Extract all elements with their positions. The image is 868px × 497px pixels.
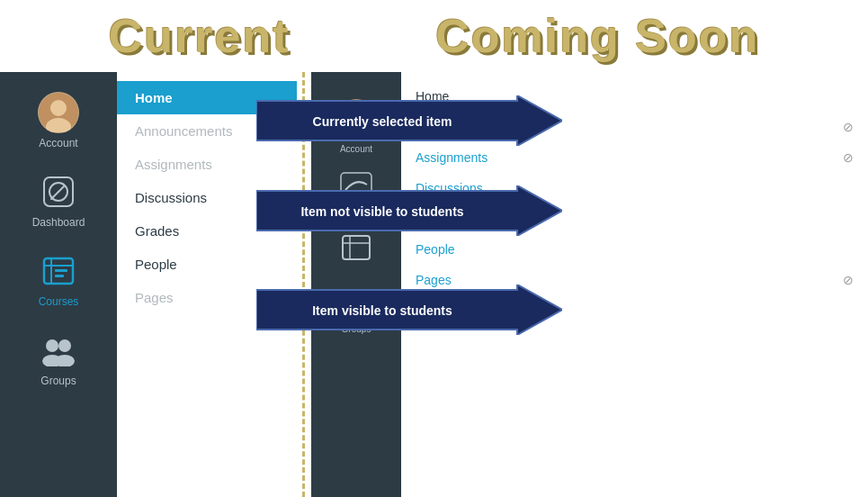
sidebar-item-groups[interactable]: Groups [0, 319, 117, 398]
current-course-nav: Home Announcements Assignments Discussio… [117, 72, 297, 497]
account-label: Account [39, 137, 77, 149]
cs-pages-label: Pages [416, 273, 452, 287]
current-nav-announcements[interactable]: Announcements [117, 114, 297, 148]
cs-nav-item-grades[interactable]: Grades [401, 203, 868, 234]
svg-point-1 [50, 100, 67, 116]
svg-point-22 [357, 293, 368, 303]
cs-groups-label: Groups [342, 324, 371, 334]
avatar [38, 92, 79, 133]
section-divider [302, 72, 306, 497]
cs-nav-account: Account [311, 90, 401, 163]
svg-point-15 [349, 106, 363, 121]
sidebar-item-account[interactable]: Account [0, 81, 117, 160]
sidebar-item-courses[interactable]: Courses [0, 239, 117, 319]
cs-nav-item-assignments[interactable]: Assignments ⊘ [401, 142, 868, 173]
header: Current Coming Soon [0, 0, 868, 72]
cs-groups-icon [338, 288, 374, 322]
current-nav-people[interactable]: People [117, 248, 297, 281]
cs-announcements-label: Announcements [416, 120, 506, 134]
cs-people-label: People [416, 242, 455, 257]
main-content: Account Dashboard [0, 72, 868, 497]
cs-nav-item-home[interactable]: Home [401, 81, 868, 112]
cs-nav-item-people[interactable]: People [401, 234, 868, 265]
current-nav-home[interactable]: Home [117, 81, 297, 114]
coming-soon-course-nav: Home Announcements ⊘ Assignments ⊘ Discu… [401, 72, 868, 497]
cs-dashboard-icon [340, 172, 372, 203]
current-nav-pages[interactable]: Pages [117, 281, 297, 314]
coming-soon-title: Coming Soon [435, 9, 759, 63]
dashboard-label: Dashboard [32, 216, 85, 229]
cs-avatar [337, 99, 375, 142]
svg-point-11 [58, 339, 71, 352]
cs-eye-assignments: ⊘ [843, 150, 854, 165]
cs-home-label: Home [416, 89, 449, 104]
groups-icon [38, 330, 79, 371]
groups-label: Groups [40, 375, 76, 387]
current-nav-grades[interactable]: Grades [117, 214, 297, 248]
cs-eye-announcements: ⊘ [843, 120, 854, 134]
cs-nav-dashboard: Dashbo... [311, 163, 401, 223]
cs-nav-item-discussions[interactable]: Discussions [401, 173, 868, 203]
svg-point-24 [353, 307, 371, 317]
global-nav: Account Dashboard [0, 72, 117, 497]
cs-eye-pages: ⊘ [843, 273, 854, 287]
courses-icon [38, 250, 79, 292]
current-title: Current [109, 9, 291, 63]
courses-label: Courses [39, 295, 79, 308]
cs-discussions-label: Discussions [416, 181, 483, 195]
svg-rect-8 [55, 269, 67, 272]
cs-courses-icon [341, 232, 371, 268]
svg-rect-18 [343, 236, 370, 259]
cs-assignments-label: Assignments [416, 150, 488, 165]
cs-nav-courses [311, 223, 401, 279]
coming-soon-global-nav: Account Dashbo... [311, 72, 401, 497]
svg-point-21 [345, 293, 355, 303]
cs-dashboard-label: Dashbo... [337, 204, 376, 214]
cs-nav-item-pages[interactable]: Pages ⊘ [401, 265, 868, 295]
svg-point-10 [46, 339, 58, 352]
cs-account-label: Account [340, 144, 372, 154]
sidebar-item-dashboard[interactable]: Dashboard [0, 160, 117, 239]
dashboard-icon [38, 171, 79, 212]
cs-nav-groups: Groups [311, 279, 401, 343]
cs-grades-label: Grades [416, 212, 457, 226]
svg-rect-9 [55, 275, 64, 277]
cs-nav-item-announcements[interactable]: Announcements ⊘ [401, 112, 868, 142]
coming-soon-panel: Account Dashbo... [311, 72, 868, 497]
current-nav-assignments[interactable]: Assignments [117, 148, 297, 181]
current-nav-discussions[interactable]: Discussions [117, 181, 297, 214]
